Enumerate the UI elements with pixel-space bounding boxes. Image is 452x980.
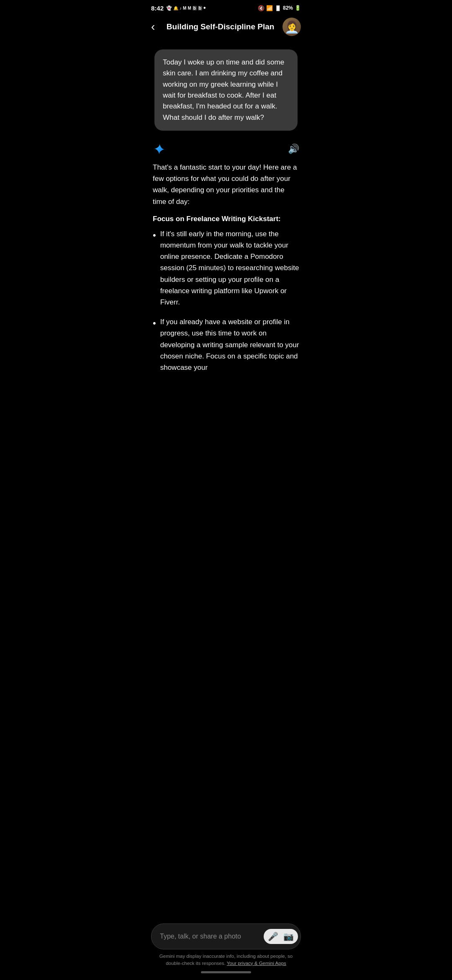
gemini-star-icon [153, 142, 166, 156]
ai-section-heading: Focus on Freelance Writing Kickstart: [153, 215, 299, 223]
user-message-area: Today I woke up on time and did some ski… [144, 41, 308, 142]
bullet-text-2: If you already have a website or profile… [160, 316, 299, 373]
bullet-dot-2: • [153, 317, 156, 330]
ai-response-header: 🔊 [151, 142, 301, 156]
wifi-icon: 📶 [266, 5, 273, 11]
bullet-dot-1: • [153, 229, 156, 242]
status-time: 8:42 [151, 5, 164, 12]
status-right: 🔇 📶 ▐▌ 82% 🔋 [258, 5, 301, 11]
spotify-icon: ♪ [180, 6, 182, 10]
app-header: ‹ Building Self-Discipline Plan 👩‍💼 [144, 14, 308, 41]
mute-icon: 🔇 [258, 5, 265, 11]
bullet-item-2: • If you already have a website or profi… [153, 316, 299, 373]
status-bar: 8:42 👻 🔔 ♪ M M b b • 🔇 📶 ▐▌ 82% 🔋 [144, 0, 308, 14]
status-left: 8:42 👻 🔔 ♪ M M b b • [151, 4, 206, 12]
notification-icon: 🔔 [173, 6, 178, 10]
gmail-icon: M [183, 6, 186, 10]
status-icons: 👻 🔔 ♪ M M b b • [166, 4, 206, 12]
dot-icon: • [203, 4, 206, 12]
battery-icon: 🔋 [295, 5, 301, 11]
gmail2-icon: M [187, 6, 191, 10]
battery-label: 82% [283, 5, 293, 11]
signal-icon: ▐▌ [275, 5, 281, 10]
user-message-text: Today I woke up on time and did some ski… [163, 58, 284, 121]
speaker-icon[interactable]: 🔊 [288, 144, 299, 155]
ai-intro-text: That's a fantastic start to your day! He… [151, 162, 301, 207]
avatar[interactable]: 👩‍💼 [282, 18, 301, 36]
header-title: Building Self-Discipline Plan [158, 22, 282, 31]
back-button[interactable]: ‹ [151, 18, 158, 35]
ai-response-area: 🔊 That's a fantastic start to your day! … [144, 142, 308, 373]
bullet-item-1: • If it's still early in the morning, us… [153, 228, 299, 308]
snapchat-icon: 👻 [166, 5, 172, 11]
chat-container: Today I woke up on time and did some ski… [144, 41, 308, 449]
app-icon-b2: b [198, 6, 202, 10]
app-icon-b1: b [193, 6, 197, 10]
user-message-bubble: Today I woke up on time and did some ski… [154, 49, 298, 131]
bullet-text-1: If it's still early in the morning, use … [160, 228, 299, 308]
